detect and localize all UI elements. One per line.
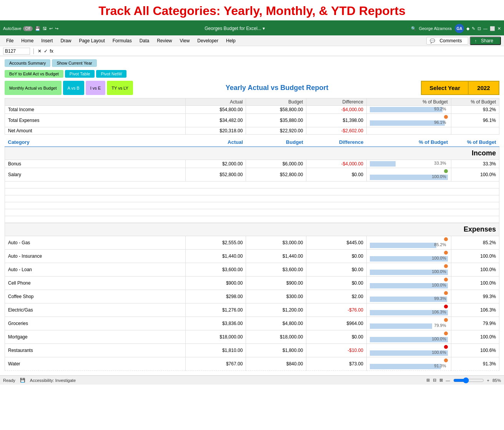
pct-num-cell	[451, 127, 499, 135]
status-dot	[444, 305, 448, 308]
empty-row	[5, 209, 499, 216]
pct-num-cell: 100.0%	[451, 277, 499, 290]
autosave-toggle[interactable]: Off	[23, 26, 33, 31]
minimize-icon[interactable]: —	[483, 26, 487, 31]
accounts-summary-button[interactable]: Accounts Summary	[5, 59, 50, 67]
accessibility-label[interactable]: Accessibility: Investigate	[30, 378, 76, 383]
status-dot	[444, 278, 448, 282]
pct-num-cell: 99.3%	[451, 290, 499, 303]
redo-icon[interactable]: ↪	[55, 26, 58, 31]
pivot-netw-button[interactable]: Pivot NetW	[96, 70, 126, 78]
row-label: Auto - Loan	[5, 263, 186, 277]
menu-page-layout[interactable]: Page Layout	[76, 37, 108, 44]
pct-bar-cell: 85.2%	[366, 236, 451, 250]
summary-col-diff: Difference	[306, 98, 367, 106]
status-dot	[444, 345, 448, 349]
row-budget: $3,000.00	[246, 236, 306, 250]
menu-insert[interactable]: Insert	[38, 37, 56, 44]
cat-col-pct-bar: % of Budget	[366, 138, 451, 147]
progress-bar-container: 100.0%	[370, 256, 448, 262]
menu-home[interactable]: Home	[18, 37, 37, 44]
zoom-slider[interactable]	[453, 377, 484, 383]
cell-reference-input[interactable]	[3, 48, 30, 55]
pct-num-cell: 33.3%	[451, 160, 499, 168]
row-actual: $34,482.00	[186, 114, 246, 127]
progress-bar-container: 79.9%	[370, 323, 448, 329]
empty-row	[5, 182, 499, 188]
progress-bar-container: 100.0%	[370, 337, 448, 343]
expense-row: Coffee Shop $298.00 $300.00 $2.00 99.3% …	[5, 290, 499, 303]
row-budget: $18,000.00	[246, 330, 306, 344]
expense-row: Auto - Insurance $1,440.00 $1,440.00 $0.…	[5, 250, 499, 263]
progress-label: 100.0%	[432, 174, 446, 179]
menu-data[interactable]: Data	[136, 37, 152, 44]
share-button[interactable]: ↑ Share	[470, 37, 501, 45]
ty-vs-ly-button[interactable]: TY vs LY	[107, 81, 133, 95]
pct-bar-cell: 100.0%	[366, 277, 451, 290]
pct-bar-cell: 100.0%	[366, 263, 451, 277]
comments-button[interactable]: 💬 Comments	[426, 37, 468, 45]
row-budget: $6,000.00	[246, 160, 306, 168]
menu-formulas[interactable]: Formulas	[110, 37, 135, 44]
normal-view-icon[interactable]: ⊞	[426, 378, 430, 383]
window-icon[interactable]: ⊡	[477, 26, 481, 31]
income-label: Income	[5, 147, 499, 160]
confirm-formula-icon[interactable]: ✓	[44, 48, 48, 54]
status-bar: Ready 💾 Accessibility: Investigate ⊞ ⊟ ⊠…	[0, 375, 504, 385]
menu-file[interactable]: File	[3, 37, 17, 44]
menu-draw[interactable]: Draw	[57, 37, 74, 44]
show-current-year-button[interactable]: Show Current Year	[52, 59, 96, 67]
pivot-table-button[interactable]: Pivot Table	[65, 70, 95, 78]
pct-num-cell: 100.6%	[451, 344, 499, 357]
row-difference: -$2,602.00	[306, 127, 367, 135]
pct-bar-cell	[366, 127, 451, 135]
save-icon[interactable]: 💾	[35, 26, 40, 31]
cat-col-diff: Difference	[306, 138, 367, 147]
monthly-actual-budget-button[interactable]: Monthly Actual vs Budget	[5, 81, 62, 95]
page-layout-view-icon[interactable]: ⊟	[433, 378, 436, 383]
row-difference: $2.00	[306, 290, 367, 303]
insert-function-icon[interactable]: fx	[50, 48, 53, 54]
row-difference: $73.00	[306, 357, 367, 371]
row-label: Restaurants	[5, 344, 186, 357]
status-right: ⊞ ⊟ ⊠ — + 85%	[426, 377, 501, 383]
row-budget: $58,800.00	[246, 106, 306, 114]
undo-icon[interactable]: ↩	[49, 26, 53, 31]
empty-row	[5, 216, 499, 223]
row-budget: $22,920.00	[246, 127, 306, 135]
restore-icon[interactable]: ⬜	[490, 26, 495, 31]
row-label: Auto - Insurance	[5, 250, 186, 263]
menu-developer[interactable]: Developer	[194, 37, 221, 44]
menu-view[interactable]: View	[177, 37, 193, 44]
zoom-minus-icon[interactable]: —	[446, 378, 450, 383]
menu-help[interactable]: Help	[223, 37, 239, 44]
row-actual: $2,555.00	[186, 236, 246, 250]
row-label: Salary	[5, 168, 186, 182]
select-year-button[interactable]: Select Year	[421, 81, 469, 95]
summary-table: Actual Budget Difference % of Budget % o…	[5, 98, 499, 135]
menu-review[interactable]: Review	[154, 37, 175, 44]
a-vs-b-button[interactable]: A vs B	[63, 81, 84, 95]
save-as-icon[interactable]: 🖫	[43, 26, 47, 31]
search-icon[interactable]: 🔍	[411, 26, 416, 31]
page-break-view-icon[interactable]: ⊠	[439, 378, 443, 383]
row-budget: $4,800.00	[246, 317, 306, 330]
cancel-formula-icon[interactable]: ✕	[38, 48, 42, 54]
i-vs-e-button[interactable]: I vs E	[86, 81, 106, 95]
expenses-section-header: Expenses	[5, 223, 499, 236]
row-difference: -$76.00	[306, 303, 367, 317]
progress-bar-container: 106.3%	[370, 310, 448, 316]
row-budget: $35,880.00	[246, 114, 306, 127]
expense-row: Cell Phone $900.00 $900.00 $0.00 100.0% …	[5, 277, 499, 290]
summary-col-budget: Budget	[246, 98, 306, 106]
zoom-plus-icon[interactable]: +	[487, 378, 489, 383]
close-icon[interactable]: ✕	[497, 26, 501, 31]
nav-buttons-row3: Monthly Actual vs Budget A vs B I vs E T…	[5, 81, 499, 95]
boy-eom-button[interactable]: BoY to EoM Act vs Budget	[5, 70, 63, 78]
status-ready: Ready	[3, 378, 15, 383]
row-budget: $3,600.00	[246, 263, 306, 277]
row-actual: $3,836.00	[186, 317, 246, 330]
pct-num-cell: 85.2%	[451, 236, 499, 250]
pen-icon[interactable]: ✎	[472, 26, 475, 31]
progress-label: 93.2%	[434, 107, 446, 111]
